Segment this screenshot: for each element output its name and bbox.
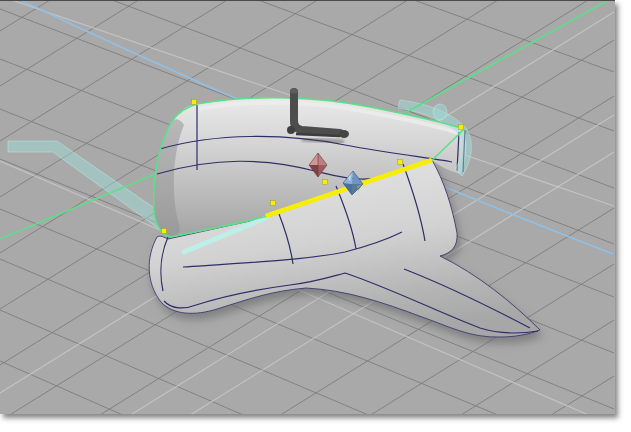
trim-ribbon-left	[8, 141, 169, 236]
elbow-joint	[287, 126, 295, 134]
cv-3[interactable]	[459, 125, 464, 130]
screenshot-frame	[0, 0, 631, 432]
viewport-canvas[interactable]	[0, 1, 615, 414]
cv-5[interactable]	[323, 180, 328, 185]
cv-6[interactable]	[398, 160, 403, 165]
elbow-shadow	[302, 139, 344, 142]
cv-4[interactable]	[271, 201, 276, 206]
elbow-end-cap	[339, 130, 349, 138]
3d-viewport[interactable]	[0, 0, 615, 414]
cv-1[interactable]	[192, 100, 197, 105]
cv-2[interactable]	[162, 229, 167, 234]
green-extension-right	[405, 1, 612, 113]
elbow-top-cap	[290, 89, 298, 94]
